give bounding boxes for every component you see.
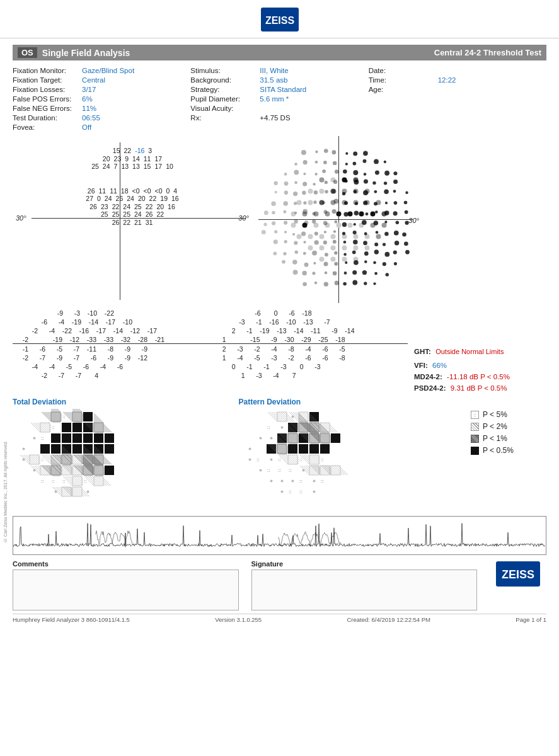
axis-30-map-right: 30° bbox=[408, 217, 419, 224]
total-deviation-map: Total Deviation bbox=[13, 398, 239, 510]
info-col-2: Stimulus: III, White Background: 31.5 as… bbox=[190, 67, 368, 133]
time-label: Time: bbox=[369, 76, 438, 84]
date-label: Date: bbox=[369, 67, 438, 74]
test-duration-value: 06:55 bbox=[82, 114, 100, 122]
fixation-losses-row: Fixation Losses: 3/17 bbox=[13, 86, 190, 93]
legend-p1: P < 1% bbox=[471, 434, 546, 443]
pattern-deviation-numbers: -6 0 -6 -18 -3 -1 -16 -10 -13 -7 2 -1 -1… bbox=[210, 309, 408, 392]
fixation-monitor-value: Gaze/Blind Spot bbox=[82, 67, 134, 74]
waveform-section bbox=[13, 516, 546, 555]
strategy-label: Strategy: bbox=[190, 86, 260, 93]
page-info: Page 1 of 1 bbox=[516, 616, 546, 623]
age-label: Age: bbox=[369, 86, 438, 93]
title-bar: OS Single Field Analysis Central 24-2 Th… bbox=[13, 45, 546, 60]
fovea-label: Fovea: bbox=[13, 123, 82, 131]
deviation-numbers-section: -9 -3 -10 -22 -6 -4 -19 -14 -17 -10 -2 -… bbox=[13, 309, 546, 392]
time-row: Time: 12:22 bbox=[369, 76, 546, 84]
vf-map-canvas bbox=[258, 136, 419, 303]
false-neg-row: False NEG Errors: 11% bbox=[13, 105, 190, 112]
legend-p2: P < 2% bbox=[471, 422, 546, 431]
legend-p05: P < 0.5% bbox=[471, 446, 546, 455]
age-row: Age: bbox=[369, 86, 546, 93]
stats-section: GHT: Outside Normal Limits VFI: 66% MD24… bbox=[408, 309, 546, 392]
md-value: -11.18 dB P < 0.5% bbox=[447, 373, 510, 381]
footer-zeiss-logo: ZEISS bbox=[490, 560, 546, 592]
vfi-row: VFI: 66% bbox=[414, 361, 546, 370]
time-value: 12:22 bbox=[438, 76, 456, 84]
false-pos-label: False POS Errors: bbox=[13, 95, 82, 103]
legend-p1-symbol bbox=[471, 435, 479, 443]
fixation-losses-label: Fixation Losses: bbox=[13, 86, 82, 93]
vf-dot-map: 30° bbox=[258, 136, 422, 306]
stimulus-label: Stimulus: bbox=[190, 67, 260, 74]
vf-numbers: 1522-163 20239141117 252471313151710 261… bbox=[13, 147, 252, 227]
md-row: MD24-2: -11.18 dB P < 0.5% bbox=[414, 372, 546, 381]
legend-section: :: P < 5% P < 2% P < 1% P < 0.5% bbox=[464, 410, 546, 458]
psd-label: PSD24-2: bbox=[414, 384, 446, 392]
signature-label: Signature bbox=[251, 560, 478, 568]
vf-main-area: 30° 30° 1522-163 20239141117 25247131315… bbox=[13, 136, 546, 306]
background-row: Background: 31.5 asb bbox=[190, 76, 368, 84]
svg-text:ZEISS: ZEISS bbox=[502, 568, 534, 581]
ght-row: GHT: Outside Normal Limits bbox=[414, 347, 546, 356]
background-label: Background: bbox=[190, 76, 260, 84]
strategy-row: Strategy: SITA Standard bbox=[190, 86, 368, 93]
deviation-maps-section: Total Deviation Pattern Deviation :: P <… bbox=[13, 398, 546, 510]
legend-p5-symbol: :: bbox=[471, 411, 479, 419]
fixation-target-value: Central bbox=[82, 76, 105, 84]
background-value: 31.5 asb bbox=[260, 76, 287, 84]
fixation-losses-value: 3/17 bbox=[82, 86, 96, 93]
visual-acuity-row: Visual Acuity: bbox=[190, 105, 368, 112]
false-neg-label: False NEG Errors: bbox=[13, 105, 82, 112]
fixation-target-label: Fixation Target: bbox=[13, 76, 82, 84]
ght-value: Outside Normal Limits bbox=[435, 348, 504, 355]
zeiss-logo: ZEISS bbox=[255, 6, 305, 35]
legend-p05-label: P < 0.5% bbox=[483, 446, 514, 455]
total-dev-canvas bbox=[13, 409, 151, 510]
bottom-bar: Humphrey Field Analyzer 3 860-10911/4.1.… bbox=[13, 614, 546, 623]
info-col-3: Date: Time: 12:22 Age: bbox=[369, 67, 546, 133]
visual-acuity-label: Visual Acuity: bbox=[190, 105, 260, 112]
rx-label: Rx: bbox=[190, 114, 260, 122]
test-duration-row: Test Duration: 06:55 bbox=[13, 114, 190, 122]
total-deviation-title: Total Deviation bbox=[13, 398, 239, 406]
md-label: MD24-2: bbox=[414, 373, 442, 381]
eye-badge: OS bbox=[18, 47, 37, 58]
pupil-row: Pupil Diameter: 5.6 mm * bbox=[190, 95, 368, 103]
legend-p5: :: P < 5% bbox=[471, 410, 546, 419]
footer-section: Comments Signature ZEISS bbox=[13, 560, 546, 610]
analysis-title: Single Field Analysis bbox=[42, 48, 434, 58]
version-info: Version 3.1.0.255 bbox=[215, 616, 262, 623]
fovea-value: Off bbox=[82, 123, 91, 131]
rx-value: +4.75 DS bbox=[260, 114, 290, 122]
waveform-canvas bbox=[13, 517, 546, 554]
false-pos-value: 6% bbox=[82, 95, 93, 103]
ght-label: GHT: bbox=[414, 348, 431, 355]
test-duration-label: Test Duration: bbox=[13, 114, 82, 122]
stimulus-value: III, White bbox=[260, 67, 288, 74]
legend-p5-label: P < 5% bbox=[483, 410, 507, 419]
pattern-deviation-title: Pattern Deviation bbox=[239, 398, 465, 406]
psd-value: 9.31 dB P < 0.5% bbox=[451, 384, 507, 392]
software-info: Humphrey Field Analyzer 3 860-10911/4.1.… bbox=[13, 616, 130, 623]
created-info: Created: 6/4/2019 12:22:54 PM bbox=[347, 616, 430, 623]
strategy-value: SITA Standard bbox=[260, 86, 306, 93]
signature-box bbox=[251, 570, 478, 610]
pattern-deviation-map: Pattern Deviation bbox=[239, 398, 465, 510]
footer-logo-svg: ZEISS bbox=[493, 560, 543, 588]
info-col-1: Fixation Monitor: Gaze/Blind Spot Fixati… bbox=[13, 67, 190, 133]
test-type: Central 24-2 Threshold Test bbox=[434, 48, 541, 57]
stimulus-row: Stimulus: III, White bbox=[190, 67, 368, 74]
legend-p2-label: P < 2% bbox=[483, 422, 507, 431]
fixation-target-row: Fixation Target: Central bbox=[13, 76, 190, 84]
copyright-text: © Carl Zeiss Meditec Inc., 2017. All rig… bbox=[3, 441, 8, 542]
header: ZEISS bbox=[0, 0, 559, 38]
fixation-monitor-row: Fixation Monitor: Gaze/Blind Spot bbox=[13, 67, 190, 74]
vf-numeric-area: 30° 30° 1522-163 20239141117 25247131315… bbox=[13, 136, 252, 306]
fixation-monitor-label: Fixation Monitor: bbox=[13, 67, 82, 74]
svg-text:ZEISS: ZEISS bbox=[265, 15, 294, 26]
comments-box bbox=[13, 570, 239, 610]
legend-p05-symbol bbox=[471, 447, 479, 455]
pupil-value: 5.6 mm * bbox=[260, 95, 289, 103]
rx-row: Rx: +4.75 DS bbox=[190, 114, 368, 122]
